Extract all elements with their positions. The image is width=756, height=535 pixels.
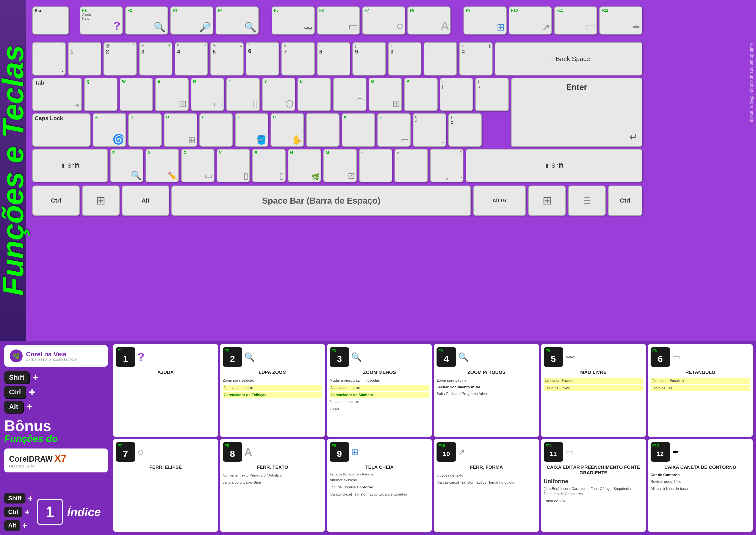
key-f5[interactable]: F5 〰️: [272, 7, 315, 35]
key-f8[interactable]: F8 A: [407, 7, 450, 35]
key-d[interactable]: D ⊞: [164, 113, 197, 147]
key-e[interactable]: E ⊡: [155, 78, 189, 111]
fcard-f2-btn[interactable]: F2 2: [223, 347, 242, 367]
key-altgr[interactable]: Alt Gr: [473, 185, 526, 216]
menu-icon: ☰: [583, 196, 591, 206]
key-f2[interactable]: F2 🔍: [125, 7, 168, 35]
i-icon: ⌒: [355, 97, 365, 109]
fcard-f12-btn[interactable]: F12 12: [651, 442, 670, 462]
key-period[interactable]: > .: [394, 149, 428, 182]
key-lshift[interactable]: ⬆ Shift: [32, 149, 108, 182]
fcard-f7-btn[interactable]: F7 7: [116, 442, 135, 462]
key-lbracket[interactable]: { [: [440, 78, 473, 111]
key-g[interactable]: G 🪣: [235, 113, 268, 147]
key-rbracket[interactable]: } a: [475, 78, 509, 111]
vertical-title: Funções e Teclas: [0, 0, 26, 341]
key-i[interactable]: I ⌒: [333, 78, 366, 111]
key-a[interactable]: A 🌀: [93, 113, 126, 147]
key-equal[interactable]: + = §: [459, 42, 493, 75]
key-t[interactable]: T ▯: [226, 78, 260, 111]
key-2[interactable]: @ 2 2: [103, 42, 137, 75]
key-f7[interactable]: F7 ○: [362, 7, 405, 35]
key-enter[interactable]: Enter ↵: [511, 78, 642, 147]
key-comma[interactable]: < ,: [359, 149, 392, 182]
key-ctrl-l[interactable]: Ctrl: [32, 185, 80, 216]
f2-zoom-icon: 🔍: [154, 21, 166, 33]
alt-key-display: Alt: [4, 401, 23, 413]
fcard-f3-btn[interactable]: F3 3: [330, 347, 349, 367]
fcard-f9-btn[interactable]: F9 9: [330, 442, 349, 462]
key-7[interactable]: & 7: [281, 42, 315, 75]
key-p[interactable]: P `: [404, 78, 438, 111]
keyboard-area: Esc F1 Ajuda Help ? F2 🔍 F3 🔎 F4 🔍 F5 〰️…: [26, 0, 756, 341]
key-k[interactable]: K: [342, 113, 375, 147]
key-3[interactable]: # 3 3: [139, 42, 173, 75]
fcard-f1-btn[interactable]: F1 1: [116, 347, 135, 367]
fcard-f5-btn[interactable]: F5 5: [544, 347, 563, 367]
fcard-f4-btn[interactable]: F4 4: [437, 347, 456, 367]
key-r[interactable]: R ▭: [191, 78, 224, 111]
backspace-arrow-icon: ←: [547, 55, 554, 63]
key-esc[interactable]: Esc: [32, 7, 69, 35]
key-n[interactable]: N 🌿: [288, 149, 321, 182]
key-9[interactable]: ( 9: [352, 42, 386, 75]
key-h[interactable]: H ✋: [271, 113, 304, 147]
key-quote[interactable]: } o: [448, 113, 482, 147]
key-f4[interactable]: F4 🔍: [216, 7, 259, 35]
key-1[interactable]: ! 1 1: [68, 42, 101, 75]
key-4[interactable]: $ 4 £: [175, 42, 208, 75]
a-icon: 🌀: [112, 133, 124, 145]
fcard-f11-btn[interactable]: F11 11: [544, 442, 563, 462]
key-tilde[interactable]: " , '' .: [32, 42, 66, 75]
key-c[interactable]: C ▭: [181, 149, 214, 182]
key-f12[interactable]: F12 ✒: [599, 7, 642, 35]
key-6[interactable]: ¨ 6 ¬: [246, 42, 279, 75]
key-semicolon[interactable]: Ç ^ } ~: [413, 113, 446, 147]
key-f[interactable]: F: [200, 113, 233, 147]
key-win-l[interactable]: ⊞: [82, 185, 120, 216]
key-f10[interactable]: F10 ↗: [509, 7, 552, 35]
key-menu[interactable]: ☰: [568, 185, 606, 216]
key-y[interactable]: Y ⬡: [262, 78, 295, 111]
key-slash[interactable]: : ; ? / o: [430, 149, 464, 182]
ctrl-key-display: Ctrl: [4, 386, 26, 398]
key-l[interactable]: L ▭: [377, 113, 411, 147]
f3-zoom-icon: 🔎: [199, 21, 211, 33]
coreldraw-logo-box: CorelDRAW X7 Graphics Suite: [4, 448, 108, 472]
plus-icon-1: +: [32, 371, 39, 383]
key-ctrl-r[interactable]: Ctrl: [608, 185, 642, 216]
key-w[interactable]: W: [120, 78, 153, 111]
index-ctrl-key: Ctrl: [4, 507, 22, 517]
key-0[interactable]: ) 0: [388, 42, 421, 75]
key-5[interactable]: % 5 ¢: [210, 42, 244, 75]
key-space[interactable]: Space Bar (Barra de Espaço): [171, 185, 471, 216]
key-f6[interactable]: F6 ▭: [317, 7, 360, 35]
key-win-r[interactable]: ⊞: [528, 185, 566, 216]
fcard-f10-btn[interactable]: F10 10: [437, 442, 456, 462]
key-x[interactable]: X ✏️: [146, 149, 179, 182]
key-alt-l[interactable]: Alt: [122, 185, 169, 216]
key-f11[interactable]: F11 ▭: [554, 7, 597, 35]
key-f9[interactable]: F9 ⊞: [464, 7, 507, 35]
key-o[interactable]: O ⊞: [369, 78, 402, 111]
fcard-f6-btn[interactable]: F6 6: [651, 347, 670, 367]
key-8[interactable]: * 8: [317, 42, 350, 75]
key-rshift[interactable]: ⬆ Shift: [466, 149, 642, 182]
key-minus[interactable]: _ -: [423, 42, 457, 75]
key-s[interactable]: S: [128, 113, 162, 147]
key-v[interactable]: V ▯: [217, 149, 250, 182]
key-j[interactable]: J: [306, 113, 339, 147]
key-q[interactable]: Q: [84, 78, 118, 111]
key-b[interactable]: B ▯: [252, 149, 285, 182]
key-backspace[interactable]: ← Back Space: [495, 42, 642, 75]
key-f3[interactable]: F3 🔎: [170, 7, 213, 35]
key-z[interactable]: Z 🔍: [110, 149, 143, 182]
key-m[interactable]: M ⊡: [323, 149, 357, 182]
key-tab[interactable]: Tab ⇥: [32, 78, 82, 111]
win-l-icon: ⊞: [96, 194, 105, 207]
key-u[interactable]: U: [297, 78, 331, 111]
key-f1[interactable]: F1 Ajuda Help ?: [80, 7, 123, 35]
key-caps[interactable]: Caps Lock: [32, 113, 91, 147]
fcard-f8-btn[interactable]: F8 8: [223, 442, 242, 462]
f4-zoom-icon: 🔍: [244, 21, 256, 33]
